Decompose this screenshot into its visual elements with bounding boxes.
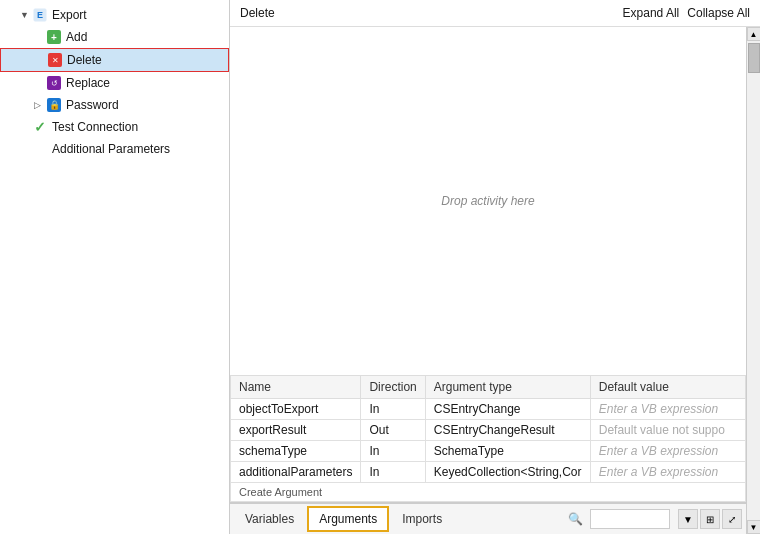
sidebar-item-label: Additional Parameters [52,142,170,156]
toolbar: Delete Expand All Collapse All [230,0,760,27]
create-argument-row[interactable]: Create Argument [231,483,746,502]
add-icon: + [46,29,62,45]
cell-direction: In [361,441,425,462]
main-content: Delete Expand All Collapse All Drop acti… [230,0,760,534]
export-icon: E [32,7,48,23]
create-argument-cell[interactable]: Create Argument [231,483,746,502]
cell-name: schemaType [231,441,361,462]
svg-text:E: E [37,10,43,20]
drop-text: Drop activity here [441,194,534,208]
sidebar-item-delete[interactable]: ✕ Delete [0,48,229,72]
additional-params-icon [32,141,48,157]
table-row: objectToExportInCSEntryChangeEnter a VB … [231,399,746,420]
col-header-default: Default value [590,376,745,399]
cell-name: objectToExport [231,399,361,420]
dropdown-icon[interactable]: ▼ [678,509,698,529]
split-view-icon[interactable]: ⊞ [700,509,720,529]
sidebar-item-test-connection[interactable]: ✓ Test Connection [0,116,229,138]
expander-icon: ▼ [20,10,32,20]
cell-direction: In [361,399,425,420]
col-header-argtype: Argument type [425,376,590,399]
sidebar-item-additional-parameters[interactable]: Additional Parameters [0,138,229,160]
cell-name: exportResult [231,420,361,441]
tab-arguments[interactable]: Arguments [307,506,389,532]
cell-default[interactable]: Enter a VB expression [590,462,745,483]
tab-imports[interactable]: Imports [391,507,453,531]
sidebar-item-add[interactable]: + Add [0,26,229,48]
content-wrapper: Drop activity here Name Direction Argume… [230,27,760,534]
scrollbar[interactable]: ▲ ▼ [746,27,760,534]
expand-all-button[interactable]: Expand All [623,6,680,20]
scroll-thumb[interactable] [748,43,760,73]
cell-argtype: SchemaType [425,441,590,462]
replace-icon: ↺ [46,75,62,91]
password-icon: 🔒 [46,97,62,113]
table-row: schemaTypeInSchemaTypeEnter a VB express… [231,441,746,462]
tab-search-area: 🔍 ▼ ⊞ ⤢ [564,509,742,529]
drop-zone: Drop activity here [230,27,746,375]
cell-name: additionalParameters [231,462,361,483]
sidebar-item-label: Add [66,30,87,44]
col-header-name: Name [231,376,361,399]
sidebar: ▼ E Export + Add ✕ Delete ↺ Replace ▷ [0,0,230,534]
delete-button[interactable]: Delete [240,6,275,20]
sidebar-item-label: Password [66,98,119,112]
toolbar-right: Expand All Collapse All [623,6,750,20]
col-header-direction: Direction [361,376,425,399]
table-row: additionalParametersInKeyedCollection<St… [231,462,746,483]
table-row: exportResultOutCSEntryChangeResultDefaul… [231,420,746,441]
sidebar-item-label: Replace [66,76,110,90]
cell-default[interactable]: Enter a VB expression [590,441,745,462]
cell-default[interactable]: Default value not suppo [590,420,745,441]
toolbar-left: Delete [240,6,275,20]
cell-default[interactable]: Enter a VB expression [590,399,745,420]
sidebar-item-password[interactable]: ▷ 🔒 Password [0,94,229,116]
delete-icon: ✕ [47,52,63,68]
search-input[interactable] [590,509,670,529]
cell-direction: Out [361,420,425,441]
sidebar-item-replace[interactable]: ↺ Replace [0,72,229,94]
expander-password-icon: ▷ [34,100,46,110]
tab-icon-group: ▼ ⊞ ⤢ [678,509,742,529]
content-area: Drop activity here Name Direction Argume… [230,27,746,534]
tab-variables[interactable]: Variables [234,507,305,531]
sidebar-item-label: Delete [67,53,102,67]
sidebar-item-export[interactable]: ▼ E Export [0,4,229,26]
collapse-all-button[interactable]: Collapse All [687,6,750,20]
arguments-table: Name Direction Argument type Default val… [230,375,746,502]
cell-argtype: CSEntryChangeResult [425,420,590,441]
cell-argtype: CSEntryChange [425,399,590,420]
maximize-icon[interactable]: ⤢ [722,509,742,529]
sidebar-item-label: Test Connection [52,120,138,134]
scroll-up-arrow[interactable]: ▲ [747,27,761,41]
cell-direction: In [361,462,425,483]
search-icon[interactable]: 🔍 [564,509,586,529]
cell-argtype: KeyedCollection<String,Cor [425,462,590,483]
args-table-container: Name Direction Argument type Default val… [230,375,746,502]
test-connection-icon: ✓ [32,119,48,135]
scroll-down-arrow[interactable]: ▼ [747,520,761,534]
sidebar-item-label: Export [52,8,87,22]
tab-bar: Variables Arguments Imports 🔍 ▼ ⊞ ⤢ [230,502,746,534]
